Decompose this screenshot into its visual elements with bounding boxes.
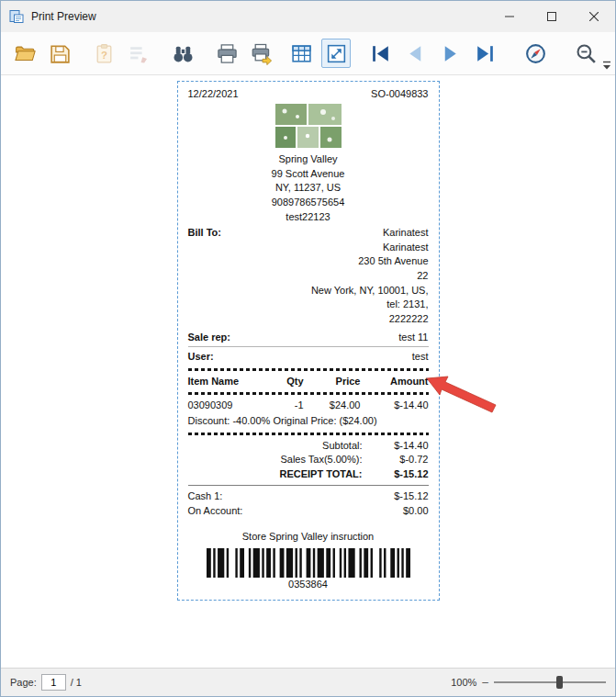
store-extra: test22123: [188, 210, 429, 225]
item-name: 03090309: [188, 399, 267, 413]
items-header-row: Item Name Qty Price Amount: [188, 375, 429, 389]
minimize-icon: [505, 12, 514, 21]
save-button[interactable]: [45, 39, 74, 68]
print-button[interactable]: [212, 39, 241, 68]
first-page-icon: [369, 42, 392, 65]
find-button[interactable]: [168, 39, 197, 68]
on-account-value: $0.00: [403, 504, 429, 519]
barcode-text: 0353864: [188, 578, 429, 592]
last-page-button[interactable]: [470, 39, 499, 68]
first-page-button[interactable]: [365, 39, 395, 68]
zoom-level: 100%: [451, 677, 476, 688]
open-folder-icon: [14, 42, 37, 65]
printer-arrow-icon: [251, 42, 274, 65]
edit-button[interactable]: [124, 39, 153, 68]
close-button[interactable]: [573, 1, 615, 32]
zoom-out-button[interactable]: [571, 39, 600, 68]
clipboard-question-icon: ?: [93, 42, 116, 65]
table-grid-icon: [290, 42, 313, 65]
store-logo-image: [275, 104, 342, 148]
store-instruction: Store Spring Valley insruction: [188, 530, 429, 545]
on-account-label: On Account:: [188, 504, 243, 519]
item-price: $24.00: [304, 399, 361, 413]
receipt-total-value: $-15.12: [363, 467, 429, 482]
open-button[interactable]: [10, 39, 39, 68]
binoculars-icon: [172, 42, 195, 65]
page-number-input[interactable]: [41, 674, 66, 691]
fit-to-window-icon: [325, 42, 348, 65]
dashed-separator: [188, 392, 429, 395]
minimize-button[interactable]: [488, 1, 531, 32]
zoom-slider-track[interactable]: [494, 681, 606, 683]
next-page-icon: [439, 42, 462, 65]
hand-tool-button[interactable]: [521, 39, 550, 68]
item-qty: -1: [267, 399, 304, 413]
toolbar-overflow-button[interactable]: [602, 59, 613, 72]
print-options-button[interactable]: [247, 39, 276, 68]
cash-label: Cash 1:: [188, 489, 223, 504]
print-preview-app-icon: [9, 9, 24, 24]
zoom-out-icon: [575, 42, 598, 65]
bill-to-line: 2222222: [311, 312, 429, 327]
dashed-separator: [188, 433, 429, 435]
toolbar: ?: [1, 32, 615, 75]
bill-to-line: Karinatest: [311, 226, 429, 241]
item-row: 03090309 -1 $24.00 $-14.40: [188, 399, 429, 413]
zoom-decrease-icon[interactable]: –: [482, 677, 488, 688]
bill-to-line: Karinatest: [311, 241, 429, 255]
receipt-total-row: RECEIPT TOTAL: $-15.12: [188, 467, 429, 482]
next-page-button[interactable]: [435, 39, 465, 68]
print-preview-window: Print Preview: [0, 0, 616, 697]
user-value: test: [412, 350, 429, 365]
divider: [188, 346, 429, 347]
clipboard-help-button[interactable]: ?: [89, 39, 118, 68]
receipt-header-row: 12/22/2021 SO-0049833: [188, 87, 429, 102]
col-header-amount: Amount: [361, 375, 429, 389]
col-header-item: Item Name: [188, 375, 267, 389]
store-address-line2: NY, 11237, US: [188, 181, 429, 196]
sales-tax-value: $-0.72: [363, 453, 429, 467]
svg-text:?: ?: [101, 49, 107, 60]
sales-tax-label: Sales Tax(5.00%):: [280, 453, 362, 467]
bill-to-line: 22: [311, 269, 429, 284]
discount-note: Discount: -40.00% Original Price: ($24.0…: [188, 414, 429, 429]
subtotal-value: $-14.40: [363, 439, 429, 454]
maximize-button[interactable]: [531, 1, 573, 32]
receipt-paper[interactable]: 12/22/2021 SO-0049833: [177, 81, 440, 601]
titlebar: Print Preview: [1, 1, 615, 32]
compass-icon: [524, 42, 547, 65]
cash-row: Cash 1: $-15.12: [188, 489, 429, 504]
zoom-slider-thumb[interactable]: [556, 676, 563, 689]
zoom-area: 100% –: [451, 675, 606, 690]
bill-to-line: 230 5th Avenue: [311, 254, 429, 269]
bill-to-label: Bill To:: [188, 226, 221, 326]
preview-area: 12/22/2021 SO-0049833: [1, 75, 615, 668]
cash-value: $-15.12: [394, 489, 428, 504]
overflow-chevron-icon: [602, 61, 611, 72]
on-account-row: On Account: $0.00: [188, 504, 429, 519]
printer-icon: [216, 42, 239, 65]
page-total: / 1: [71, 677, 82, 688]
window-controls: [488, 1, 615, 32]
maximize-icon: [547, 12, 556, 21]
zoom-slider[interactable]: [494, 675, 606, 690]
store-address-line1: 99 Scott Avenue: [188, 167, 429, 182]
window-title: Print Preview: [31, 10, 96, 23]
previous-page-button[interactable]: [400, 39, 430, 68]
edit-form-icon: [128, 42, 151, 65]
bill-to-line: New York, NY, 10001, US,: [311, 284, 429, 298]
save-icon: [49, 42, 72, 65]
previous-page-icon: [404, 42, 427, 65]
sale-rep-value: test 11: [398, 331, 428, 345]
bill-to-section: Bill To: Karinatest Karinatest 230 5th A…: [188, 226, 429, 326]
sale-rep-label: Sale rep:: [188, 331, 230, 345]
sale-rep-row: Sale rep: test 11: [188, 331, 429, 345]
bill-to-address: Karinatest Karinatest 230 5th Avenue 22 …: [311, 226, 429, 326]
page-setup-button[interactable]: [286, 39, 316, 68]
fit-to-window-button[interactable]: [321, 39, 351, 68]
user-label: User:: [188, 350, 214, 365]
bill-to-line: tel: 2131,: [311, 298, 429, 312]
subtotal-label: Subtotal:: [322, 439, 362, 454]
divider: [188, 485, 429, 486]
store-name: Spring Valley: [188, 152, 429, 167]
